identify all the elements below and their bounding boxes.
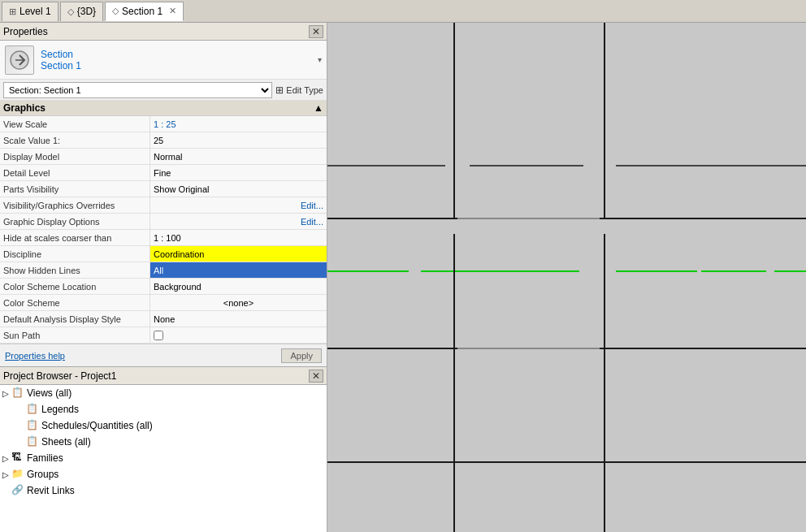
prop-value-detail-level: Fine	[150, 165, 327, 180]
prop-label-discipline: Discipline	[0, 246, 150, 262]
prop-value-color-scheme: <none>	[150, 295, 327, 310]
prop-label-detail-level: Detail Level	[0, 165, 150, 180]
element-type-label: Section	[41, 49, 81, 60]
prop-row-discipline[interactable]: Discipline Coordination	[0, 246, 327, 262]
legends-icon: 📋	[26, 403, 39, 416]
tab-section1-close[interactable]: ✕	[169, 6, 176, 16]
tab-level1-label: Level 1	[20, 6, 51, 17]
graphics-collapse-icon: ▲	[314, 102, 323, 114]
viewport-canvas	[327, 23, 806, 532]
prop-row-hidden-lines[interactable]: Show Hidden Lines All	[0, 262, 327, 279]
sheets-label: Sheets (all)	[41, 436, 91, 448]
graphics-section-header[interactable]: Graphics ▲	[0, 101, 327, 116]
browser-header: Project Browser - Project1 ✕	[0, 367, 327, 385]
prop-value-color-scheme-location: Background	[150, 279, 327, 294]
hline-dash-right	[616, 165, 806, 167]
section-svg-icon	[8, 49, 31, 71]
project-browser: Project Browser - Project1 ✕ ▷ 📋 Views (…	[0, 367, 327, 532]
prop-value-graphic-display[interactable]: Edit...	[150, 214, 327, 229]
tree-item-schedules[interactable]: 📋 Schedules/Quantities (all)	[0, 417, 327, 434]
prop-row-color-scheme[interactable]: Color Scheme <none>	[0, 295, 327, 311]
sun-path-checkbox[interactable]	[154, 331, 163, 340]
hline-dash-mid	[470, 165, 583, 167]
element-info-row: Section Section 1 ▾	[0, 41, 327, 80]
vline-seg1	[453, 356, 455, 457]
prop-row-detail-level[interactable]: Detail Level Fine	[0, 165, 327, 181]
prop-row-graphic-display[interactable]: Graphic Display Options Edit...	[0, 214, 327, 230]
element-icon	[5, 45, 34, 75]
main-layout: Properties ✕ Section Section 1 ▾	[0, 23, 806, 532]
prop-value-vis-graphics[interactable]: Edit...	[150, 197, 327, 213]
prop-value-view-scale: 1 : 25	[150, 116, 327, 132]
green-line-2	[421, 270, 462, 272]
prop-label-sun-path: Sun Path	[0, 327, 150, 343]
tree-item-revit-links[interactable]: 🔗 Revit Links	[0, 482, 327, 499]
prop-label-scale-value: Scale Value 1:	[0, 132, 150, 148]
left-panel: Properties ✕ Section Section 1 ▾	[0, 23, 327, 532]
element-dropdown-arrow[interactable]: ▾	[318, 55, 322, 64]
hline-dash-left	[327, 165, 445, 167]
prop-row-scale-value[interactable]: Scale Value 1: 25	[0, 132, 327, 149]
views-toggle[interactable]: ▷	[0, 389, 11, 398]
element-labels: Section Section 1	[41, 49, 81, 71]
green-line-5	[701, 270, 766, 272]
prop-row-view-scale[interactable]: View Scale 1 : 25	[0, 116, 327, 132]
prop-row-hide-at-scales[interactable]: Hide at scales coarser than 1 : 100	[0, 230, 327, 246]
prop-value-hide-at-scales: 1 : 100	[150, 230, 327, 245]
tree-item-views-all[interactable]: ▷ 📋 Views (all)	[0, 385, 327, 401]
prop-value-hidden-lines: All	[150, 262, 327, 278]
graphics-section-label: Graphics	[3, 102, 46, 114]
prop-row-analysis-style[interactable]: Default Analysis Display Style None	[0, 311, 327, 327]
groups-toggle[interactable]: ▷	[0, 470, 11, 479]
browser-close-button[interactable]: ✕	[309, 370, 323, 383]
tab-3d[interactable]: ◇ {3D}	[60, 2, 103, 21]
tab-section1[interactable]: ◇ Section 1 ✕	[105, 2, 184, 21]
prop-row-sun-path[interactable]: Sun Path	[0, 327, 327, 344]
prop-row-parts-visibility[interactable]: Parts Visibility Show Original	[0, 181, 327, 197]
revitlinks-label: Revit Links	[27, 485, 75, 496]
properties-panel: Properties ✕ Section Section 1 ▾	[0, 23, 327, 367]
families-toggle[interactable]: ▷	[0, 454, 11, 463]
prop-row-vis-graphics[interactable]: Visibility/Graphics Overrides Edit...	[0, 197, 327, 214]
edit-type-button[interactable]: ⊞ Edit Type	[275, 84, 323, 96]
tab-bar: ⊞ Level 1 ◇ {3D} ◇ Section 1 ✕	[0, 0, 806, 23]
prop-label-color-scheme-location: Color Scheme Location	[0, 279, 150, 294]
prop-value-display-model: Normal	[150, 149, 327, 164]
prop-value-sun-path	[150, 327, 327, 343]
properties-help-link[interactable]: Properties help	[5, 351, 65, 361]
tab-level1[interactable]: ⊞ Level 1	[2, 2, 58, 21]
legends-label: Legends	[41, 404, 79, 415]
apply-button[interactable]: Apply	[281, 348, 322, 363]
prop-value-scale-value: 25	[150, 132, 327, 148]
families-label: Families	[27, 452, 63, 464]
type-selector-dropdown[interactable]: Section: Section 1	[3, 82, 272, 98]
properties-header: Properties ✕	[0, 23, 327, 41]
sheets-icon: 📋	[26, 435, 39, 448]
type-selector-row: Section: Section 1 ⊞ Edit Type	[0, 80, 327, 101]
prop-value-discipline: Coordination	[150, 246, 327, 262]
properties-title: Properties	[3, 26, 48, 37]
edit-type-label: Edit Type	[286, 85, 323, 95]
views-label: Views (all)	[27, 387, 72, 399]
edit-type-icon: ⊞	[275, 84, 284, 96]
revitlinks-icon: 🔗	[11, 484, 24, 497]
vline-seg2	[604, 356, 605, 457]
prop-label-analysis-style: Default Analysis Display Style	[0, 311, 150, 327]
tree-item-legends[interactable]: 📋 Legends	[0, 401, 327, 417]
green-line-4	[616, 270, 697, 272]
hline-extra	[327, 461, 806, 463]
properties-footer: Properties help Apply	[0, 344, 327, 366]
prop-value-analysis-style: None	[150, 311, 327, 327]
properties-close-button[interactable]: ✕	[309, 25, 323, 38]
views-icon: 📋	[11, 387, 24, 400]
tree-item-groups[interactable]: ▷ 📁 Groups	[0, 466, 327, 482]
prop-label-graphic-display: Graphic Display Options	[0, 214, 150, 229]
green-line-6	[774, 270, 806, 272]
prop-label-view-scale: View Scale	[0, 116, 150, 132]
hline-bottom-gap	[457, 348, 600, 349]
prop-label-parts-visibility: Parts Visibility	[0, 181, 150, 197]
tree-item-families[interactable]: ▷ 🏗 Families	[0, 450, 327, 466]
tree-item-sheets[interactable]: 📋 Sheets (all)	[0, 434, 327, 450]
prop-row-color-scheme-location[interactable]: Color Scheme Location Background	[0, 279, 327, 295]
prop-row-display-model[interactable]: Display Model Normal	[0, 149, 327, 165]
